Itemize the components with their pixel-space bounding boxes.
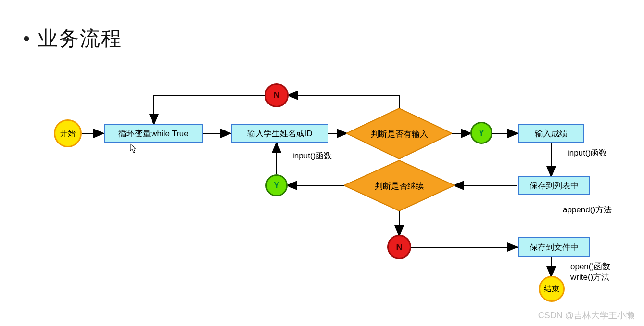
decision-has-input-label: 判断是否有输入: [371, 128, 428, 139]
page-title: 业务流程: [38, 25, 122, 52]
terminal-start: 开始: [54, 119, 82, 147]
connector-n-bottom: N: [387, 235, 411, 259]
caption-open-fn: open()函数: [570, 261, 610, 272]
process-input-score-label: 输入成绩: [535, 128, 568, 139]
caption-write-method: write()方法: [570, 272, 609, 283]
process-input-student-label: 输入学生姓名或ID: [247, 128, 313, 139]
mouse-cursor-icon: [130, 143, 138, 154]
process-loop-var-label: 循环变量while True: [118, 128, 188, 139]
process-input-score: 输入成绩: [518, 124, 584, 143]
process-save-list-label: 保存到列表中: [530, 180, 579, 191]
terminal-end-label: 结束: [544, 284, 559, 294]
title-row: • 业务流程: [23, 25, 122, 52]
connector-y-right: Y: [470, 122, 492, 144]
decision-has-input: 判断是否有输入: [346, 108, 452, 159]
process-save-file: 保存到文件中: [518, 237, 590, 257]
watermark: CSDN @吉林大学王小懒: [538, 310, 634, 321]
decision-continue: 判断是否继续: [344, 160, 455, 211]
terminal-end: 结束: [539, 276, 565, 302]
terminal-start-label: 开始: [60, 129, 76, 139]
process-save-file-label: 保存到文件中: [530, 242, 579, 253]
caption-input-fn-1: input()函数: [292, 150, 332, 161]
connector-n-top: N: [265, 83, 289, 107]
process-input-student: 输入学生姓名或ID: [231, 124, 328, 143]
connector-y-right-label: Y: [479, 128, 484, 138]
bullet-icon: •: [23, 29, 30, 48]
connector-n-bottom-label: N: [396, 242, 403, 252]
caption-append-method: append()方法: [563, 204, 612, 215]
connector-y-left-label: Y: [274, 181, 279, 191]
process-save-list: 保存到列表中: [518, 176, 590, 195]
connector-n-top-label: N: [274, 91, 280, 101]
connector-y-left: Y: [265, 174, 288, 196]
process-loop-var: 循环变量while True: [104, 124, 203, 143]
decision-continue-label: 判断是否继续: [375, 180, 424, 191]
caption-input-fn-2: input()函数: [568, 147, 607, 158]
